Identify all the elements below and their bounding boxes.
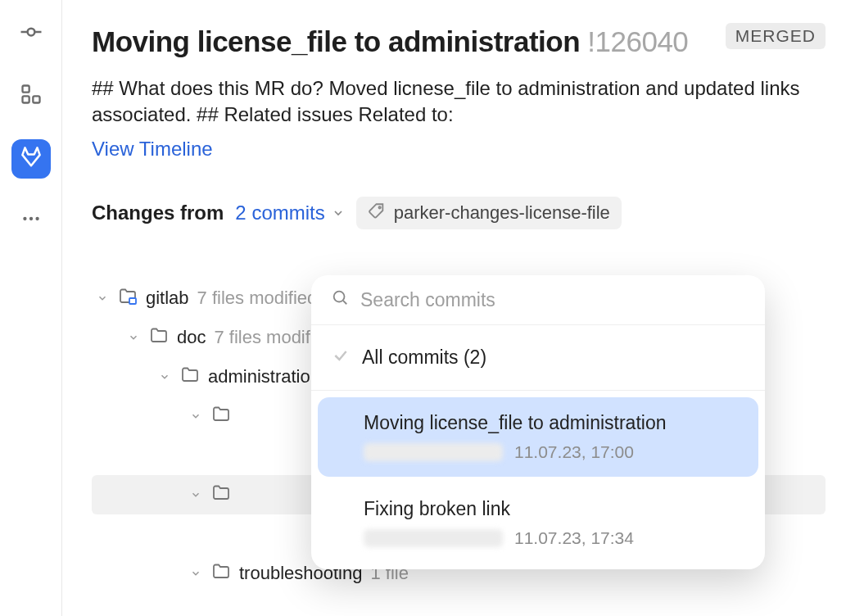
commit-date: 11.07.23, 17:00 xyxy=(514,442,634,462)
commits-count-label: 2 commits xyxy=(235,202,324,224)
sidebar-item-more[interactable] xyxy=(11,202,51,241)
svg-point-7 xyxy=(29,217,32,220)
mr-title-text: Moving license_file to administration xyxy=(92,25,580,57)
branch-name: parker-changes-license-file xyxy=(394,202,610,224)
changes-from-label: Changes from xyxy=(92,202,224,224)
svg-rect-4 xyxy=(22,96,29,102)
all-commits-row[interactable]: All commits (2) xyxy=(311,325,765,391)
commit-icon xyxy=(19,20,43,49)
commit-author-blurred xyxy=(364,443,503,461)
folder-icon xyxy=(211,561,231,586)
folder-icon xyxy=(180,365,200,389)
folder-icon xyxy=(211,404,231,428)
chevron-down-icon xyxy=(188,489,203,500)
search-input[interactable] xyxy=(360,289,745,311)
svg-point-9 xyxy=(378,206,380,208)
branch-chip[interactable]: parker-changes-license-file xyxy=(356,197,622,229)
commit-item-0[interactable]: Moving license_file to administration 11… xyxy=(318,397,758,477)
sidebar-item-apps[interactable] xyxy=(11,77,51,116)
chevron-down-icon xyxy=(188,568,203,579)
mr-title: Moving license_file to administration !1… xyxy=(92,23,688,61)
folder-icon xyxy=(211,482,231,507)
left-sidebar xyxy=(0,0,62,616)
svg-rect-5 xyxy=(33,96,39,102)
check-icon xyxy=(332,346,349,369)
commits-dropdown[interactable]: 2 commits xyxy=(235,202,344,224)
tree-node-count: 7 files modified xyxy=(197,288,318,309)
search-icon xyxy=(331,288,349,311)
chevron-down-icon xyxy=(95,292,110,304)
all-commits-label: All commits (2) xyxy=(362,346,486,369)
commit-item-1[interactable]: Fixing broken link 11.07.23, 17:34 xyxy=(318,483,758,563)
tree-node-name: gitlab xyxy=(146,288,189,309)
commit-title: Fixing broken link xyxy=(364,498,739,520)
gitlab-icon xyxy=(19,144,43,174)
popover-search-row[interactable] xyxy=(311,275,765,325)
commit-title: Moving license_file to administration xyxy=(364,412,739,434)
more-icon xyxy=(20,208,42,234)
chevron-down-icon xyxy=(188,410,203,422)
status-badge: MERGED xyxy=(726,23,826,49)
mr-description: ## What does this MR do? Moved licnese_f… xyxy=(92,75,826,129)
svg-rect-3 xyxy=(22,86,29,93)
tree-node-name: doc xyxy=(177,327,206,348)
svg-point-0 xyxy=(27,29,34,36)
changes-row: Changes from 2 commits parker-changes-li… xyxy=(92,197,826,229)
chevron-down-icon xyxy=(126,332,141,343)
commits-popover: All commits (2) Moving license_file to a… xyxy=(311,275,765,569)
tree-node-name: administration xyxy=(208,366,320,387)
tag-icon xyxy=(368,202,386,224)
apps-icon xyxy=(20,83,43,111)
view-timeline-link[interactable]: View Timeline xyxy=(92,138,213,161)
chevron-down-icon xyxy=(332,202,345,224)
chevron-down-icon xyxy=(157,371,172,383)
svg-line-12 xyxy=(343,301,346,304)
mr-id: !126040 xyxy=(587,25,688,57)
svg-point-8 xyxy=(35,217,38,220)
sidebar-item-gitlab[interactable] xyxy=(11,139,51,179)
svg-point-11 xyxy=(334,292,345,302)
root-folder-icon xyxy=(118,286,138,310)
commit-date: 11.07.23, 17:34 xyxy=(514,528,634,548)
folder-icon xyxy=(149,325,169,350)
commit-author-blurred xyxy=(364,529,503,547)
svg-rect-10 xyxy=(129,298,136,304)
sidebar-item-commits[interactable] xyxy=(11,15,51,54)
main-panel: Moving license_file to administration !1… xyxy=(62,0,855,616)
svg-point-6 xyxy=(23,217,26,220)
